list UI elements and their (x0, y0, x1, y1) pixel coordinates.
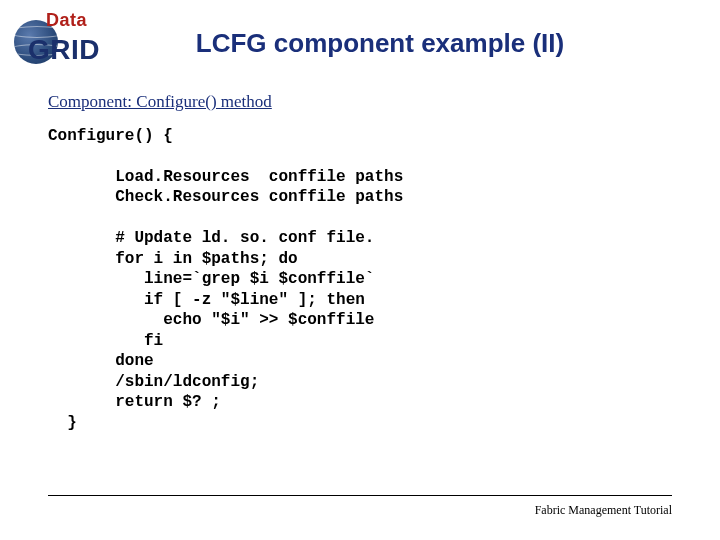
slide-title: LCFG component example (II) (110, 12, 690, 59)
section-heading: Component: Configure() method (48, 92, 672, 112)
logo-text-top: Data (46, 10, 87, 31)
logo-text-bottom: GRID (28, 34, 100, 66)
code-block: Configure() { Load.Resources conffile pa… (48, 126, 672, 433)
footer-text: Fabric Management Tutorial (535, 503, 672, 518)
slide: Data GRID LCFG component example (II) Co… (0, 0, 720, 540)
slide-header: Data GRID LCFG component example (II) (0, 0, 720, 68)
datagrid-logo: Data GRID (14, 12, 110, 68)
footer-divider (48, 495, 672, 496)
slide-body: Component: Configure() method Configure(… (0, 68, 720, 433)
